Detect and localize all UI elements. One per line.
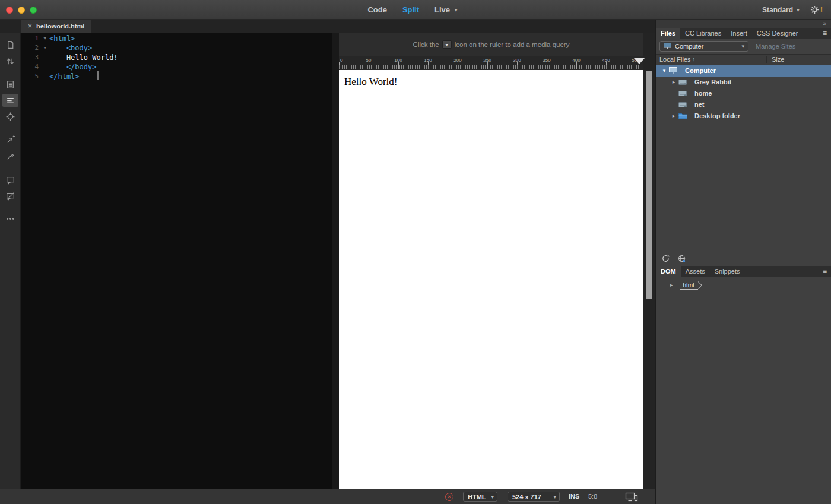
tree-row-computer[interactable]: ▾ Computer: [656, 65, 831, 77]
column-local-files-label: Local Files: [659, 56, 691, 63]
file-tree: ▾ Computer ▸ Grey Rabbit home net ▸: [656, 65, 831, 122]
code-line: 3 Hello World!: [21, 53, 332, 62]
column-size[interactable]: Size: [766, 56, 831, 63]
tab-assets[interactable]: Assets: [681, 266, 710, 277]
live-view-options-icon[interactable]: [2, 78, 18, 91]
status-bar: × HTML ▾ 524 x 717 ▾ INS 5:8: [0, 489, 655, 504]
window-size-select[interactable]: 524 x 717 ▾: [508, 492, 560, 502]
tab-dom[interactable]: DOM: [656, 266, 681, 277]
open-documents-icon[interactable]: [2, 38, 18, 51]
media-query-marker-icon[interactable]: [634, 58, 645, 64]
extract-icon[interactable]: [2, 133, 18, 146]
code-line: 4 </body>: [21, 62, 332, 72]
tab-insert[interactable]: Insert: [726, 28, 752, 39]
code-view-button[interactable]: Code: [367, 5, 387, 14]
tree-expander-closed-icon[interactable]: ▸: [669, 113, 678, 119]
line-number: 3: [21, 53, 40, 62]
code-fold-icon[interactable]: ▼: [40, 34, 49, 43]
tab-snippets[interactable]: Snippets: [710, 266, 745, 277]
view-switcher: Code Split Live ▾: [0, 0, 825, 20]
tree-row-home[interactable]: home: [656, 88, 831, 99]
tree-expander-open-icon[interactable]: ▾: [659, 68, 669, 74]
titlebar: Code Split Live ▾ Standard ▾ !: [0, 0, 831, 20]
cursor-position-indicator: 5:8: [588, 493, 597, 500]
code-text: Hello World!: [49, 53, 118, 62]
close-tab-icon[interactable]: ×: [28, 23, 32, 30]
column-local-files[interactable]: Local Files ↑: [656, 56, 766, 63]
dreamweaver-window: Code Split Live ▾ Standard ▾ ! × hellowo…: [0, 0, 831, 504]
device-preview-icon[interactable]: [625, 492, 638, 504]
panel-menu-icon[interactable]: ≡: [823, 266, 831, 277]
tree-label: Computer: [685, 67, 716, 74]
insert-mode-indicator[interactable]: INS: [569, 493, 579, 500]
tree-expander-closed-icon[interactable]: ▸: [669, 79, 678, 85]
document-tab-filename: helloworld.html: [36, 23, 84, 30]
code-line: 1 ▼ <html>: [21, 34, 332, 43]
code-text: <body>: [49, 43, 92, 53]
preferences-button[interactable]: !: [810, 5, 823, 14]
workspace-switcher[interactable]: Standard ▾: [762, 6, 800, 14]
code-editor[interactable]: 1 ▼ <html> 2 ▼ <body> 3 Hello World! 4 <…: [21, 33, 332, 489]
apply-comment-icon[interactable]: [2, 173, 18, 186]
tree-label: net: [694, 101, 705, 108]
dom-panel-tabs: DOM Assets Snippets ≡: [656, 266, 831, 277]
tab-files[interactable]: Files: [656, 28, 680, 39]
code-fold-icon[interactable]: ▼: [40, 43, 49, 53]
live-document-text[interactable]: Hello World!: [344, 76, 397, 87]
gear-icon: [810, 5, 819, 14]
code-text: </html>: [49, 72, 80, 81]
collapse-panels-icon[interactable]: »: [823, 20, 826, 28]
more-options-icon[interactable]: [2, 212, 18, 225]
error-indicator-icon[interactable]: ×: [445, 493, 453, 501]
split-view-divider[interactable]: [332, 33, 339, 489]
code-text: </body>: [49, 62, 96, 72]
style-paint-icon[interactable]: [2, 150, 18, 163]
tab-css-designer[interactable]: CSS Designer: [752, 28, 803, 39]
live-view-label: Live: [434, 5, 450, 14]
live-view-scrollbar-track[interactable]: [643, 33, 655, 489]
computer-icon: [664, 43, 671, 49]
line-number: 4: [21, 62, 40, 72]
refresh-icon[interactable]: [661, 254, 670, 265]
ruler-minor-ticks: [339, 65, 643, 69]
globe-icon[interactable]: [677, 254, 686, 265]
disk-icon: [678, 90, 689, 97]
format-source-code-icon[interactable]: [2, 94, 18, 107]
code-fold-spacer: [40, 53, 49, 62]
dom-node-html[interactable]: html: [680, 281, 699, 290]
folder-icon: [678, 112, 689, 119]
file-panel-toolbar: [656, 253, 831, 266]
remove-comment-icon[interactable]: [2, 189, 18, 202]
tree-label: Grey Rabbit: [694, 78, 731, 85]
tab-cc-libraries[interactable]: CC Libraries: [680, 28, 726, 39]
chevron-down-icon: ▾: [741, 43, 744, 49]
code-line: 5 </html>: [21, 72, 332, 81]
site-select[interactable]: Computer ▾: [659, 41, 748, 52]
code-line: 2 ▼ <body>: [21, 43, 332, 53]
live-document[interactable]: Hello World!: [339, 70, 643, 489]
split-view-button[interactable]: Split: [402, 5, 419, 14]
chevron-down-icon: ▾: [455, 7, 458, 13]
disk-icon: [678, 79, 689, 85]
live-view-scrollbar-thumb[interactable]: [646, 71, 652, 299]
dom-node-label: html: [683, 282, 694, 289]
tree-row-net[interactable]: net: [656, 99, 831, 110]
doctype-select[interactable]: HTML ▾: [463, 492, 497, 502]
document-tab[interactable]: × helloworld.html: [21, 20, 91, 33]
code-fold-spacer: [40, 62, 49, 72]
alert-badge: !: [820, 5, 823, 14]
tag-point-decoration: [695, 281, 703, 289]
live-view-pane: Click the ▼ icon on the ruler to add a m…: [339, 33, 643, 489]
line-number: 5: [21, 72, 40, 81]
tree-row-grey-rabbit[interactable]: ▸ Grey Rabbit: [656, 77, 831, 88]
live-view-ruler[interactable]: 0 50 100 150 200 250 300 350 400 450 500: [339, 56, 643, 70]
tree-expander-closed-icon[interactable]: ▸: [670, 281, 673, 290]
panel-menu-icon[interactable]: ≡: [823, 28, 831, 39]
files-panel-tabs: Files CC Libraries Insert CSS Designer ≡: [656, 28, 831, 39]
file-management-icon[interactable]: [2, 55, 18, 68]
tree-row-desktop-folder[interactable]: ▸ Desktop folder: [656, 110, 831, 122]
manage-sites-link[interactable]: Manage Sites: [756, 43, 795, 50]
code-fold-spacer: [40, 72, 49, 81]
inspect-mode-icon[interactable]: [2, 110, 18, 123]
live-view-button[interactable]: Live ▾: [434, 5, 458, 14]
